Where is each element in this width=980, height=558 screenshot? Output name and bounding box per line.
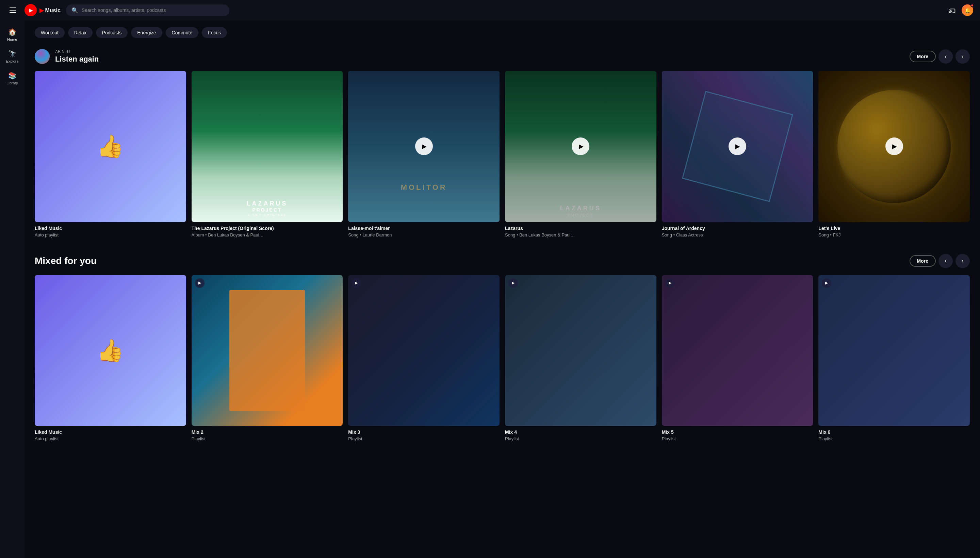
small-play-icon-3: ▶ [351,278,361,288]
card-liked-music-subtitle: Auto playlist [35,232,186,238]
library-icon: 📚 [8,71,17,80]
card-journal-ardency-title: Journal of Ardency [662,226,813,231]
card-liked-music[interactable]: 👍 Liked Music Auto playlist [35,71,186,238]
card-lazarus-song-title: Lazarus [505,226,657,231]
play-overlay-4 [818,71,970,222]
small-play-icon-6: ▶ [822,278,831,288]
section-actions: More ‹ › [909,49,970,64]
nav-actions: 🔔 [949,5,973,16]
mfy-card-1-subtitle: Auto playlist [35,436,186,441]
section-header-mixed: Mixed for you More ‹ › [35,254,970,268]
section-title-block: AB N. LI Listen again [55,49,904,64]
main-content: Workout Relax Podcasts Energize Commute … [25,20,980,558]
chip-relax[interactable]: Relax [68,27,92,38]
avatar-graphic [35,49,50,64]
mixed-title-block: Mixed for you [35,256,904,266]
mixed-for-you-cards: 👍 Liked Music Auto playlist ▶ Mix 2 [35,275,970,441]
mfy-card-5-title: Mix 5 [662,429,813,435]
small-play-icon-2: ▶ [195,278,205,288]
home-icon: 🏠 [8,28,17,36]
mfy-card-5[interactable]: ▶ Mix 5 Playlist [662,275,813,441]
card-laisse-moi-title: Laisse-moi t'aimer [348,226,499,231]
mfy-card-6[interactable]: ▶ Mix 6 Playlist [818,275,970,441]
play-button-2[interactable] [572,138,589,155]
mfy-card-1-title: Liked Music [35,429,186,435]
play-overlay [348,71,499,222]
mfy-card-4-subtitle: Playlist [505,436,657,441]
chip-energize[interactable]: Energize [131,27,162,38]
card-lets-live[interactable]: Let's Live Song • FKJ [818,71,970,238]
notifications-button[interactable]: 🔔 [962,5,973,16]
mfy-card-6-title: Mix 6 [818,429,970,435]
play-button-3[interactable] [729,138,746,155]
mfy-card-2-title: Mix 2 [192,429,343,435]
card-lazarus-project-thumb: LAZARUS PROJECT a sky original [192,71,343,222]
mfy-card-3-subtitle: Playlist [348,436,499,441]
sidebar-item-home-label: Home [7,38,17,41]
card-journal-ardency[interactable]: Journal of Ardency Song • Class Actress [662,71,813,238]
listen-again-prev-button[interactable]: ‹ [939,49,953,64]
sidebar-item-library[interactable]: 📚 Library [2,68,23,89]
section-avatar [35,49,50,64]
chip-commute[interactable]: Commute [166,27,199,38]
thumbs-up-icon: 👍 [97,134,124,159]
cast-button[interactable] [949,7,956,14]
chip-podcasts[interactable]: Podcasts [96,27,128,38]
cast-icon [949,7,956,14]
search-input[interactable] [82,8,224,13]
card-lets-live-title: Let's Live [818,226,970,231]
listen-again-section: AB N. LI Listen again More ‹ › 👍 [35,49,970,238]
logo-text-block: ▶ Music [39,7,61,14]
mfy-card-2[interactable]: ▶ Mix 2 Playlist [192,275,343,441]
card-laisse-moi-thumb: MOLITOR [348,71,499,222]
search-bar: 🔍 [66,5,229,16]
card-liked-music-title: Liked Music [35,226,186,231]
play-overlay-2 [505,71,657,222]
card-journal-ardency-subtitle: Song • Class Actress [662,232,813,238]
card-lazarus-song[interactable]: LAZARUS PROJECT Lazarus Song • Ben Lukas… [505,71,657,238]
card-lets-live-thumb [818,71,970,222]
sidebar-item-explore[interactable]: 🔭 Explore [2,46,23,67]
logo[interactable]: ▶ Music [25,4,61,16]
listen-again-more-button[interactable]: More [909,51,936,62]
liked-thumb-bottom: 👍 [35,275,186,426]
thumbs-up-icon-bottom: 👍 [97,338,124,363]
mixed-prev-button[interactable]: ‹ [939,254,953,268]
mfy-card-2-thumb: ▶ [192,275,343,426]
chip-focus[interactable]: Focus [202,27,227,38]
sidebar-item-home[interactable]: 🏠 Home [2,25,23,45]
card-lazarus-song-subtitle: Song • Ben Lukas Boysen & Paul… [505,232,657,238]
card-laisse-moi[interactable]: MOLITOR Laisse-moi t'aimer Song • Laurie… [348,71,499,238]
search-icon: 🔍 [71,7,78,14]
mfy-card-3[interactable]: ▶ Mix 3 Playlist [348,275,499,441]
mfy-card-6-thumb: ▶ [818,275,970,426]
filter-chips: Workout Relax Podcasts Energize Commute … [35,27,970,38]
mixed-more-button[interactable]: More [909,255,936,267]
mfy-card-3-thumb: ▶ [348,275,499,426]
mfy-card-4-thumb: ▶ [505,275,657,426]
logo-label: ▶ Music [39,8,61,13]
mixed-for-you-section: Mixed for you More ‹ › 👍 Liked Music [35,254,970,441]
section-title: Listen again [55,55,904,64]
explore-icon: 🔭 [8,50,17,58]
mfy-card-5-subtitle: Playlist [662,436,813,441]
mfy-card-5-thumb: ▶ [662,275,813,426]
listen-again-cards: 👍 Liked Music Auto playlist LAZARUS [35,71,970,238]
avatar[interactable]: 🔔 [962,5,973,16]
chip-workout[interactable]: Workout [35,27,65,38]
app-layout: 🏠 Home 🔭 Explore 📚 Library Workout Relax… [0,20,980,558]
small-play-icon-5: ▶ [665,278,675,288]
youtube-music-logo-icon [25,4,37,16]
listen-again-next-button[interactable]: › [955,49,970,64]
notification-badge [970,4,974,7]
mfy-card-4[interactable]: ▶ Mix 4 Playlist [505,275,657,441]
mfy-card-4-title: Mix 4 [505,429,657,435]
play-button[interactable] [415,138,433,155]
hamburger-menu-button[interactable] [7,5,19,16]
section-header-listen-again: AB N. LI Listen again More ‹ › [35,49,970,64]
card-lazarus-project[interactable]: LAZARUS PROJECT a sky original The Lazar… [192,71,343,238]
mixed-next-button[interactable]: › [955,254,970,268]
card-liked-music-thumb: 👍 [35,71,186,222]
mfy-card-1[interactable]: 👍 Liked Music Auto playlist [35,275,186,441]
play-button-4[interactable] [885,138,903,155]
